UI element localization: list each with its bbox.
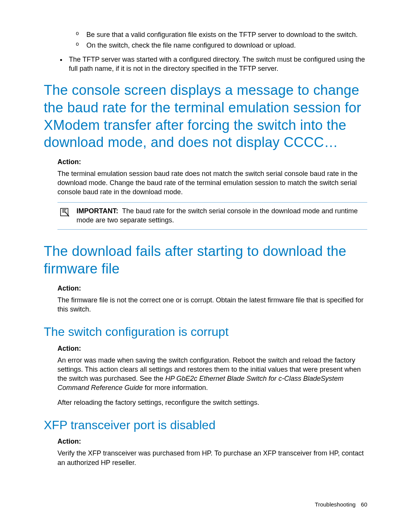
action-text: The terminal emulation session baud rate… (57, 169, 367, 197)
document-page: Be sure that a valid configuration file … (0, 0, 411, 532)
action-label: Action: (57, 284, 367, 292)
footer-section: Troubleshooting (315, 501, 355, 508)
important-callout: IMPORTANT: The baud rate for the switch … (57, 202, 367, 230)
page-footer: Troubleshooting60 (315, 501, 367, 508)
nested-bullet-list: Be sure that a valid configuration file … (76, 30, 367, 51)
bullet-list: The TFTP server was started with a confi… (67, 55, 367, 73)
section-heading: The console screen displays a message to… (44, 81, 367, 151)
action-label: Action: (57, 158, 367, 166)
section-body: Action: The terminal emulation session b… (57, 158, 367, 197)
important-label: IMPORTANT: (76, 207, 122, 215)
list-item: Be sure that a valid configuration file … (76, 30, 367, 40)
action-text: The firmware file is not the correct one… (57, 296, 367, 314)
list-item: The TFTP server was started with a confi… (67, 55, 367, 73)
section-heading: The switch configuration is corrupt (44, 324, 367, 339)
section-body: Action: An error was made when saving th… (57, 345, 367, 407)
action-text: Verify the XFP transceiver was purchased… (57, 449, 367, 467)
list-item: On the switch, check the file name confi… (76, 40, 367, 51)
action-text: After reloading the factory settings, re… (57, 398, 367, 407)
section-body: Action: The firmware file is not the cor… (57, 284, 367, 314)
action-label: Action: (57, 438, 367, 446)
action-text: An error was made when saving the switch… (57, 356, 367, 393)
footer-page-number: 60 (361, 501, 367, 508)
action-label: Action: (57, 345, 367, 353)
important-text: IMPORTANT: The baud rate for the switch … (76, 206, 365, 225)
important-icon (60, 207, 70, 219)
section-body: Action: Verify the XFP transceiver was p… (57, 438, 367, 467)
section-heading: XFP transceiver port is disabled (44, 418, 367, 432)
section-heading: The download fails after starting to dow… (44, 243, 367, 277)
